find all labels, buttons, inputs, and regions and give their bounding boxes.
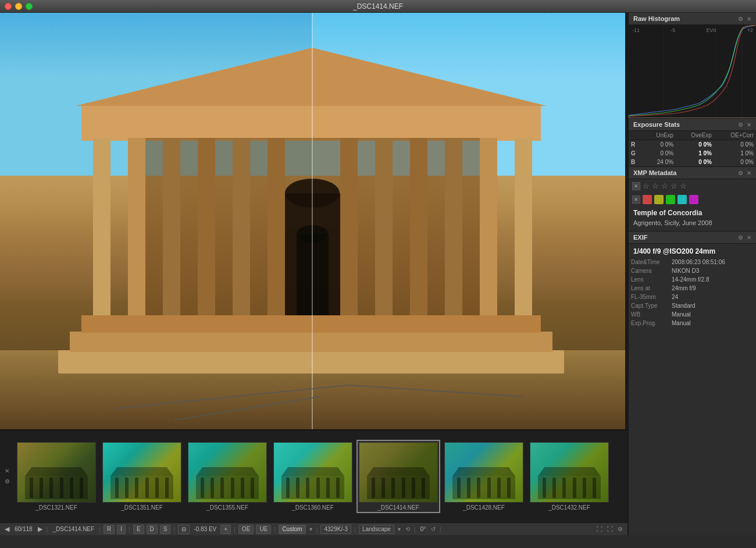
curve-dropdown-icon[interactable]: ▾ xyxy=(308,526,313,532)
thumbnail-5-active[interactable]: _DSC1414.NEF xyxy=(356,440,440,513)
star-2[interactable]: ☆ xyxy=(652,182,659,190)
xmp-stars-row-1: ✕ ☆ ☆ ☆ ☆ ☆ xyxy=(629,179,756,193)
fullscreen-icon[interactable]: ⛶ xyxy=(606,526,614,532)
exif-row: Capt.TypeStandard xyxy=(629,301,756,310)
minimize-button[interactable] xyxy=(15,3,22,10)
thumbnail-1[interactable]: _DSC1321.NEF xyxy=(15,440,98,513)
xmp-colors-row: ✕ xyxy=(629,193,756,207)
compare-icon[interactable]: ⊟ xyxy=(178,525,190,534)
thumbnail-7[interactable]: _DSC1432.NEF xyxy=(527,440,611,513)
xmp-settings-icon[interactable]: ⚙ xyxy=(738,170,743,176)
thumbnail-3[interactable]: _DSC1355.NEF xyxy=(186,440,269,513)
next-arrow[interactable]: ▶ xyxy=(37,525,44,533)
exif-value: Standard xyxy=(669,301,756,310)
xmp-close-icon[interactable]: ✕ xyxy=(747,170,751,176)
color-red[interactable] xyxy=(643,195,652,204)
xmp-x-btn-1[interactable]: ✕ xyxy=(632,182,640,190)
btn-e[interactable]: E xyxy=(133,525,144,534)
histogram-section: Raw Histogram ⚙ ✕ -11 -5 EV0 +2 xyxy=(629,13,756,119)
thumbnail-2[interactable]: _DSC1351.NEF xyxy=(100,440,184,513)
image-viewer[interactable] xyxy=(0,13,627,429)
wb-value[interactable]: 4329K/-3 xyxy=(320,525,351,534)
star-1[interactable]: ☆ xyxy=(643,182,650,190)
titlebar: _DSC1414.NEF xyxy=(0,0,756,13)
star-3[interactable]: ☆ xyxy=(661,182,668,190)
exif-row: Date&Time2008:06:23 08:51:06 xyxy=(629,258,756,266)
exif-settings-icon[interactable]: ⚙ xyxy=(738,234,743,241)
exif-value: 14-24mm f/2.8 xyxy=(669,275,756,284)
right-panel: Raw Histogram ⚙ ✕ -11 -5 EV0 +2 xyxy=(628,13,756,535)
thumb-img-5 xyxy=(359,442,438,503)
settings-icon[interactable]: ⚙ xyxy=(616,526,624,532)
histogram-svg xyxy=(629,25,756,118)
curve-mode[interactable]: Custom xyxy=(279,525,305,534)
filmstrip-settings-icon[interactable]: ⚙ xyxy=(5,479,10,485)
r-oecorr: 0 0% xyxy=(714,140,756,150)
exif-value: Manual xyxy=(669,319,756,328)
histogram-settings-icon[interactable]: ⚙ xyxy=(738,16,743,22)
thumb-img-2 xyxy=(102,442,181,503)
b-ovexp: 0 0% xyxy=(676,158,714,166)
chan-r-label: R xyxy=(629,140,643,150)
prev-arrow[interactable]: ◀ xyxy=(3,525,10,533)
histogram-title: Raw Histogram xyxy=(633,15,680,22)
histogram-close-icon[interactable]: ✕ xyxy=(747,16,751,22)
star-5[interactable]: ☆ xyxy=(680,182,687,190)
thumbnail-4[interactable]: _DSC1360.NEF xyxy=(271,440,355,513)
sep-9: | xyxy=(413,526,416,533)
r-ovexp: 0 0% xyxy=(676,140,714,150)
exif-row: Exp.Prog.Manual xyxy=(629,319,756,328)
exif-value: 24mm f/9 xyxy=(669,284,756,293)
stats-row-g: G 0 0% 1 0% 1 0% xyxy=(629,149,756,158)
exposure-settings-icon[interactable]: ⚙ xyxy=(738,122,743,128)
xmp-x-btn-2[interactable]: ✕ xyxy=(632,195,640,204)
svg-rect-3 xyxy=(58,350,564,373)
exposure-section: Exposure Stats ⚙ ✕ UnExp OveExp OE+Corr xyxy=(629,119,756,167)
btn-s[interactable]: S xyxy=(160,525,171,534)
close-button[interactable] xyxy=(5,3,12,10)
filmstrip-close-icon[interactable]: ✕ xyxy=(5,468,9,474)
btn-oe[interactable]: OE xyxy=(238,525,254,534)
color-magenta[interactable] xyxy=(689,195,698,204)
b-unexp: 24 0% xyxy=(643,158,676,166)
exif-value: 24 xyxy=(669,293,756,301)
star-4[interactable]: ☆ xyxy=(671,182,677,190)
thumb-label-1: _DSC1321.NEF xyxy=(35,504,77,511)
svg-rect-9 xyxy=(128,138,145,315)
exposure-icons: ⚙ ✕ xyxy=(738,122,751,128)
btn-plus[interactable]: + xyxy=(220,525,231,534)
r-unexp: 0 0% xyxy=(643,140,676,150)
picture-style[interactable]: Landscape xyxy=(359,525,394,534)
style-dropdown-icon[interactable]: ▾ xyxy=(397,526,402,532)
axis-label-3: EV0 xyxy=(706,27,716,33)
exif-label: Camera xyxy=(629,266,669,275)
thumb-label-5: _DSC1414.NEF xyxy=(377,504,419,511)
xmp-image-title: Temple of Concordia xyxy=(629,207,756,218)
exif-close-icon[interactable]: ✕ xyxy=(747,234,751,241)
temple-overlay xyxy=(0,13,625,429)
color-yellow[interactable] xyxy=(654,195,664,204)
frame-count: 60/118 xyxy=(13,526,34,532)
svg-rect-5 xyxy=(81,315,541,333)
thumbnail-6[interactable]: _DSC1428.NEF xyxy=(442,440,526,513)
maximize-button[interactable] xyxy=(26,3,33,10)
histogram-header: Raw Histogram ⚙ ✕ xyxy=(629,13,756,25)
sep-3: | xyxy=(128,526,131,533)
exif-row: CameraNIKON D3 xyxy=(629,266,756,275)
btn-r[interactable]: R xyxy=(104,525,115,534)
zoom-fit-icon[interactable]: ⛶ xyxy=(595,526,604,532)
thumb-temple-6 xyxy=(445,443,523,502)
filmstrip: ✕ ⚙ _DSC1321.NEF xyxy=(0,429,627,522)
btn-i[interactable]: I xyxy=(117,525,126,534)
exposure-close-icon[interactable]: ✕ xyxy=(747,122,751,128)
thumb-temple-7 xyxy=(530,443,608,502)
color-cyan[interactable] xyxy=(677,195,687,204)
exif-label: Capt.Type xyxy=(629,301,669,310)
rotate-icon[interactable]: ↺ xyxy=(430,526,437,532)
sep-8: | xyxy=(354,526,356,533)
sep-5: | xyxy=(233,526,236,533)
btn-ue[interactable]: UE xyxy=(256,525,271,534)
color-green[interactable] xyxy=(666,195,675,204)
flip-icon[interactable]: ⟲ xyxy=(404,526,411,532)
btn-d[interactable]: D xyxy=(147,525,158,534)
